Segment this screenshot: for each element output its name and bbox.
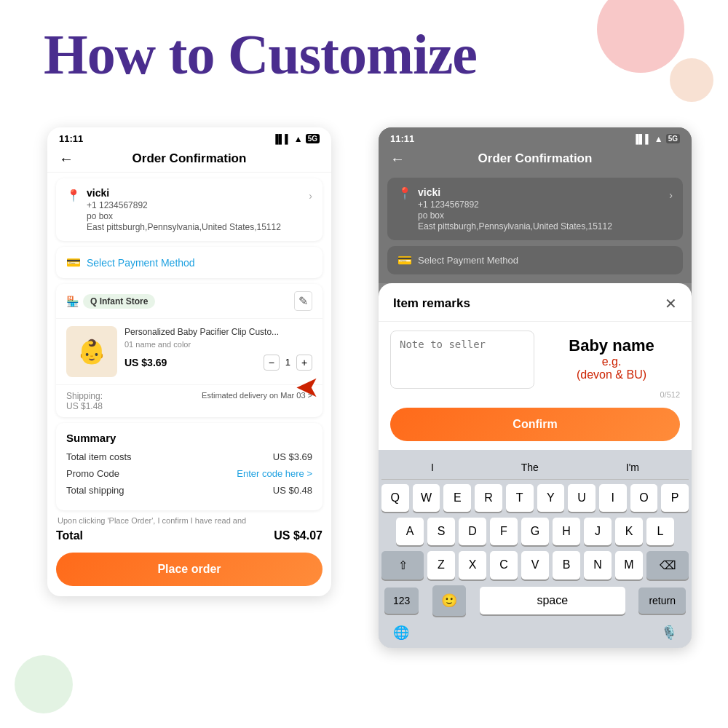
key-n[interactable]: N bbox=[584, 551, 612, 579]
confirm-button[interactable]: Confirm bbox=[390, 408, 680, 441]
key-w[interactable]: W bbox=[413, 484, 440, 512]
product-qty-left: − 1 + bbox=[264, 355, 312, 371]
key-b[interactable]: B bbox=[553, 551, 580, 579]
note-edit-icon[interactable]: ✎ bbox=[294, 291, 312, 311]
total-row: Total US $4.07 bbox=[56, 529, 323, 542]
key-z[interactable]: Z bbox=[427, 551, 455, 579]
page-title: How to Customize bbox=[44, 22, 477, 87]
address-line1-right: po box bbox=[418, 210, 669, 221]
key-globe[interactable]: 🌐 bbox=[393, 625, 409, 641]
address-phone-left: +1 1234567892 bbox=[87, 200, 309, 210]
address-line1-left: po box bbox=[87, 211, 309, 221]
key-d[interactable]: D bbox=[459, 518, 486, 545]
key-q[interactable]: Q bbox=[381, 484, 409, 512]
key-t[interactable]: T bbox=[506, 484, 534, 512]
disclaimer-text: Upon clicking 'Place Order', I confirm I… bbox=[56, 516, 323, 525]
modal-header: Item remarks ✕ bbox=[379, 283, 692, 322]
store-icon-left: 🏪 bbox=[66, 296, 79, 307]
key-f[interactable]: F bbox=[490, 518, 518, 545]
key-x[interactable]: X bbox=[459, 551, 486, 579]
right-phone-dark-bg: 11:11 ▐▌▌ ▲ 5G ← Order Confirmation 📍 vi… bbox=[379, 127, 692, 283]
promo-value[interactable]: Enter code here > bbox=[237, 468, 312, 479]
key-y[interactable]: Y bbox=[537, 484, 565, 512]
red-arrow-indicator: ➤ bbox=[295, 370, 320, 403]
key-u[interactable]: U bbox=[568, 484, 596, 512]
address-content-left: vicki +1 1234567892 po box East pittsbur… bbox=[87, 187, 309, 232]
key-m[interactable]: M bbox=[615, 551, 643, 579]
address-name-left: vicki bbox=[87, 187, 309, 199]
item-remarks-modal: Item remarks ✕ Baby name e.g. (devon & B… bbox=[379, 283, 692, 648]
keyboard-row-1: Q W E R T Y U I O P bbox=[381, 484, 689, 512]
key-s[interactable]: S bbox=[427, 518, 455, 545]
store-name-row-left: 🏪 Q Infant Store bbox=[66, 294, 155, 309]
address-line2-left: East pittsburgh,Pennsylvania,United Stat… bbox=[87, 222, 309, 232]
wifi-icon-right: ▲ bbox=[654, 134, 663, 144]
qty-number-left: 1 bbox=[285, 357, 290, 368]
location-icon-left: 📍 bbox=[66, 189, 81, 202]
time-left: 11:11 bbox=[59, 133, 83, 144]
modal-title: Item remarks bbox=[393, 296, 470, 311]
status-bar-right: 11:11 ▐▌▌ ▲ 5G bbox=[379, 127, 692, 147]
suggestion-i[interactable]: I bbox=[425, 460, 440, 475]
summary-promo-row[interactable]: Promo Code Enter code here > bbox=[66, 468, 312, 479]
nav-bar-right: ← Order Confirmation bbox=[379, 147, 692, 172]
place-order-button[interactable]: Place order bbox=[56, 553, 323, 586]
payment-row-right[interactable]: 💳 Select Payment Method bbox=[387, 246, 683, 274]
shipping-label-left: Shipping: US $1.48 bbox=[66, 391, 103, 411]
key-o[interactable]: O bbox=[630, 484, 658, 512]
address-card-right[interactable]: 📍 vicki +1 1234567892 po box East pittsb… bbox=[387, 178, 683, 240]
keyboard-bottom-row: 123 🙂 space return bbox=[381, 585, 689, 622]
payment-card-left[interactable]: 💳 Select Payment Method bbox=[56, 247, 323, 278]
key-numbers[interactable]: 123 bbox=[384, 587, 419, 614]
decorative-circle-green bbox=[15, 655, 73, 713]
key-p[interactable]: P bbox=[661, 484, 689, 512]
char-count: 0/512 bbox=[379, 390, 680, 399]
payment-icon-right: 💳 bbox=[397, 253, 412, 267]
address-line2-right: East pittsburgh,Pennsylvania,United Stat… bbox=[418, 221, 669, 232]
left-phone-screenshot: 11:11 ▐▌▌ ▲ 5G ← Order Confirmation 📍 vi… bbox=[47, 127, 331, 596]
key-r[interactable]: R bbox=[475, 484, 502, 512]
baby-name-example-box: Baby name e.g. (devon & BU) bbox=[543, 331, 680, 387]
payment-icon-left: 💳 bbox=[66, 256, 81, 269]
total-shipping-value: US $0.48 bbox=[273, 485, 312, 496]
baby-name-example: (devon & BU) bbox=[549, 368, 674, 381]
decorative-circle-pink bbox=[597, 0, 684, 73]
key-space[interactable]: space bbox=[480, 587, 625, 614]
network-icon-right: 5G bbox=[666, 134, 680, 143]
address-phone-right: +1 1234567892 bbox=[418, 199, 669, 210]
time-right: 11:11 bbox=[390, 133, 414, 144]
product-row-left: 👶 Personalized Baby Pacifier Clip Custo.… bbox=[56, 319, 323, 385]
key-l[interactable]: L bbox=[646, 518, 674, 545]
key-j[interactable]: J bbox=[584, 518, 612, 545]
note-to-seller-input[interactable] bbox=[390, 331, 534, 389]
nav-bar-left: ← Order Confirmation bbox=[47, 147, 331, 173]
key-i[interactable]: I bbox=[599, 484, 627, 512]
qty-increase-left[interactable]: + bbox=[296, 355, 312, 371]
qty-decrease-left[interactable]: − bbox=[264, 355, 280, 371]
modal-close-button[interactable]: ✕ bbox=[665, 295, 677, 312]
key-e[interactable]: E bbox=[443, 484, 471, 512]
key-return[interactable]: return bbox=[638, 587, 686, 614]
key-v[interactable]: V bbox=[521, 551, 549, 579]
address-card-left[interactable]: 📍 vicki +1 1234567892 po box East pittsb… bbox=[56, 178, 323, 241]
key-g[interactable]: G bbox=[521, 518, 549, 545]
key-h[interactable]: H bbox=[553, 518, 580, 545]
store-name-left: Q Infant Store bbox=[83, 294, 155, 309]
key-microphone[interactable]: 🎙️ bbox=[661, 625, 677, 641]
suggestion-im[interactable]: I'm bbox=[620, 460, 645, 475]
key-shift[interactable]: ⇧ bbox=[381, 551, 424, 579]
back-button-left[interactable]: ← bbox=[59, 151, 74, 167]
item-cost-value: US $3.69 bbox=[273, 451, 312, 462]
key-c[interactable]: C bbox=[490, 551, 518, 579]
address-row-left: 📍 vicki +1 1234567892 po box East pittsb… bbox=[66, 187, 312, 232]
back-button-right[interactable]: ← bbox=[390, 151, 405, 167]
suggestion-the[interactable]: The bbox=[515, 460, 545, 475]
key-delete[interactable]: ⌫ bbox=[646, 551, 689, 579]
key-k[interactable]: K bbox=[615, 518, 643, 545]
summary-title-left: Summary bbox=[66, 432, 312, 444]
address-name-right: vicki bbox=[418, 186, 669, 198]
key-a[interactable]: A bbox=[396, 518, 424, 545]
chevron-right-address-right: › bbox=[669, 189, 673, 201]
keyboard: I The I'm Q W E R T Y U I O P A S D F bbox=[379, 450, 692, 648]
key-emoji[interactable]: 🙂 bbox=[432, 585, 466, 616]
